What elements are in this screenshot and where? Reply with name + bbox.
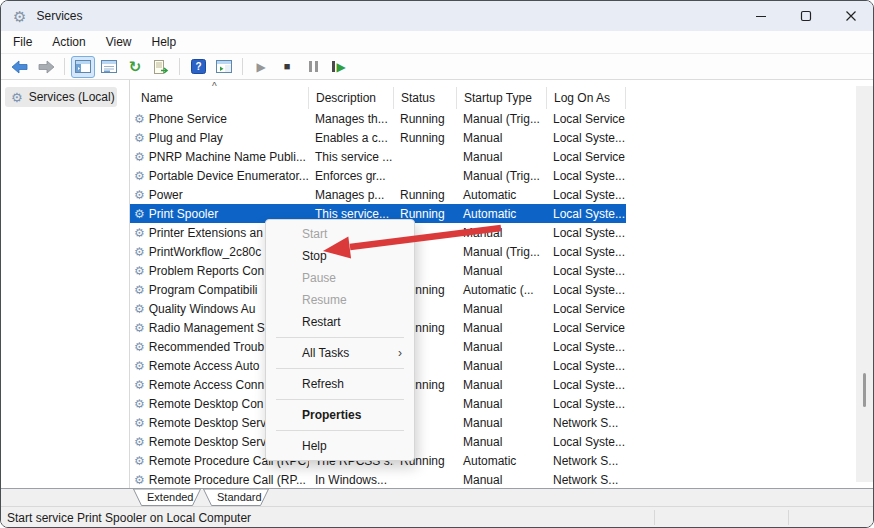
table-row[interactable]: ⚙Remote Procedure Call (RP... In Windows… [130, 470, 626, 489]
context-menu-item-label: Stop [302, 249, 327, 263]
maximize-button[interactable] [783, 1, 828, 31]
show-action-pane-button[interactable] [212, 56, 236, 78]
services-gear-icon: ⚙ [11, 91, 23, 104]
service-description: Enforces gr... [309, 169, 394, 183]
status-bar: Start service Print Spooler on Local Com… [1, 506, 873, 528]
services-window: ⚙ Services File Action View Help [0, 0, 874, 528]
service-startup-type: Manual [457, 397, 547, 411]
service-gear-icon: ⚙ [134, 379, 145, 391]
service-log-on-as: Local Syste... [547, 207, 626, 221]
scrollbar-thumb[interactable] [863, 373, 866, 407]
menu-view[interactable]: View [96, 31, 142, 53]
column-header-name[interactable]: Name [130, 87, 309, 109]
service-gear-icon: ⚙ [134, 474, 145, 486]
service-description: This service ... [309, 150, 394, 164]
service-name: Remote Desktop Serv [149, 435, 266, 449]
statusbar-divider [654, 510, 655, 525]
service-gear-icon: ⚙ [134, 322, 145, 334]
context-menu-item-properties[interactable]: Properties › [266, 404, 414, 426]
context-menu-item-label: Properties [302, 408, 361, 422]
menu-help[interactable]: Help [142, 31, 187, 53]
title-bar: ⚙ Services [1, 1, 873, 31]
service-log-on-as: Local Syste... [547, 169, 626, 183]
vertical-scrollbar[interactable] [856, 86, 873, 482]
context-menu-item-refresh[interactable]: Refresh › [266, 373, 414, 395]
action-pane-icon [216, 60, 232, 73]
service-log-on-as: Network S... [547, 416, 626, 430]
forward-button[interactable] [34, 56, 58, 78]
service-startup-type: Manual [457, 340, 547, 354]
service-log-on-as: Local Syste... [547, 245, 626, 259]
show-console-tree-button[interactable] [71, 56, 95, 78]
context-menu-separator [276, 399, 404, 400]
table-row[interactable]: ⚙PNRP Machine Name Publi... This service… [130, 147, 626, 166]
properties-window-icon [101, 60, 117, 73]
menu-file[interactable]: File [13, 31, 42, 53]
sidebar-item-services-local[interactable]: ⚙ Services (Local) [5, 87, 117, 107]
service-name: Phone Service [149, 112, 227, 126]
tab-extended[interactable]: Extended [133, 489, 201, 506]
context-menu-item-label: Help [302, 439, 327, 453]
service-log-on-as: Local Syste... [547, 359, 626, 373]
export-list-button[interactable] [149, 56, 173, 78]
table-row[interactable]: ⚙Phone Service Manages th... Running Man… [130, 109, 626, 128]
close-icon [845, 10, 857, 22]
service-startup-type: Manual [457, 226, 547, 240]
forward-arrow-icon [37, 60, 55, 74]
context-menu-item-all-tasks[interactable]: All Tasks › [266, 342, 414, 364]
context-menu-item-label: Pause [302, 271, 336, 285]
table-row[interactable]: ⚙Plug and Play Enables a c... Running Ma… [130, 128, 626, 147]
service-status: Running [394, 112, 457, 126]
service-log-on-as: Local Syste... [547, 188, 626, 202]
service-log-on-as: Local Syste... [547, 264, 626, 278]
service-gear-icon: ⚙ [134, 189, 145, 201]
list-header: ^ Name Description Status Startup Type L… [130, 87, 626, 109]
context-menu-separator [276, 368, 404, 369]
service-startup-type: Manual [457, 378, 547, 392]
stop-service-button[interactable]: ■ [275, 56, 299, 78]
service-startup-type: Manual [457, 473, 547, 487]
context-menu-item-restart[interactable]: Restart › [266, 311, 414, 333]
context-menu-item-label: All Tasks [302, 346, 349, 360]
column-header-startup-type[interactable]: Startup Type [457, 87, 547, 109]
service-startup-type: Manual (Trig... [457, 112, 547, 126]
start-service-button[interactable]: ▶ [249, 56, 273, 78]
help-button[interactable]: ? [186, 56, 210, 78]
table-row[interactable]: ⚙Power Manages p... Running Automatic Lo… [130, 185, 626, 204]
context-menu-item-stop[interactable]: Stop › [266, 245, 414, 267]
column-header-status[interactable]: Status [394, 87, 457, 109]
service-name: Portable Device Enumerator... [149, 169, 309, 183]
submenu-chevron-icon: › [398, 346, 402, 360]
context-menu-item-label: Start [302, 227, 327, 241]
service-gear-icon: ⚙ [134, 265, 145, 277]
service-gear-icon: ⚙ [134, 113, 145, 125]
service-gear-icon: ⚙ [134, 417, 145, 429]
refresh-icon: ↻ [129, 59, 142, 74]
tab-label: Extended [133, 489, 201, 505]
close-button[interactable] [828, 1, 873, 31]
maximize-icon [800, 10, 812, 22]
table-row[interactable]: ⚙Portable Device Enumerator... Enforces … [130, 166, 626, 185]
toolbar-separator [64, 58, 65, 75]
service-startup-type: Automatic [457, 207, 547, 221]
service-name: Remote Desktop Serv [149, 416, 266, 430]
properties-button[interactable] [97, 56, 121, 78]
back-button[interactable] [8, 56, 32, 78]
service-status: Running [394, 188, 457, 202]
minimize-button[interactable] [738, 1, 783, 31]
column-header-description[interactable]: Description [309, 87, 394, 109]
menu-action[interactable]: Action [42, 31, 95, 53]
refresh-button[interactable]: ↻ [123, 56, 147, 78]
tab-standard[interactable]: Standard [203, 489, 269, 506]
column-header-log-on-as[interactable]: Log On As [547, 87, 626, 109]
service-gear-icon: ⚙ [134, 151, 145, 163]
service-startup-type: Manual [457, 150, 547, 164]
pause-service-button[interactable] [301, 56, 325, 78]
service-name: Power [149, 188, 183, 202]
context-menu-separator [276, 337, 404, 338]
service-name: Printer Extensions an [149, 226, 263, 240]
restart-service-button[interactable]: ▶ [327, 56, 351, 78]
context-menu-item-help[interactable]: Help › [266, 435, 414, 457]
sidebar-item-label: Services (Local) [29, 90, 115, 104]
view-tabstrip: Extended Standard [1, 488, 873, 506]
